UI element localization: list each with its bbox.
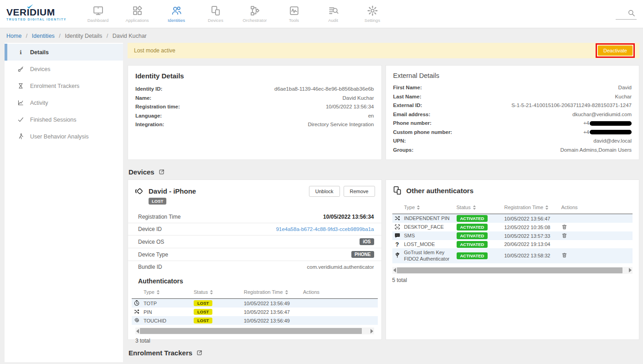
nav-label: Applications [125,18,149,23]
face-scan-icon [394,224,401,230]
external-link-icon[interactable] [158,169,165,175]
logo-wordmark: VERIDIUM [6,7,75,18]
field-value: david@dev.local [593,138,632,144]
status-badge: LOST [194,300,212,306]
device-id-link[interactable]: 91e4a58a-b672-4c88-9fd3-cceb9899ba1a [276,226,374,232]
sort-status[interactable]: Status [194,289,213,295]
delete-trash-icon[interactable] [561,232,567,239]
nav-label: Identities [168,18,185,23]
sort-type[interactable]: Type [404,205,421,210]
applications-icon [132,5,143,16]
table-row-desktop-face: DESKTOP_FACE ACTIVATED 12/05/2022 10:35:… [392,223,633,231]
sidebar-item-enrolment-trackers[interactable]: Enrolment Trackers [5,77,123,94]
nav-label: Settings [365,18,380,23]
row-label: Registration Time [138,214,180,220]
sidebar-item-activity[interactable]: Activity [5,94,123,111]
breadcrumb-home[interactable]: Home [6,33,21,39]
field-label: External ID: [393,103,422,108]
identities-icon [171,5,182,16]
nav-label: Devices [208,18,223,23]
scroll-right-arrow[interactable] [370,329,373,333]
sidebar-item-label: Enrolment Trackers [30,83,79,89]
external-link-icon[interactable] [196,349,203,356]
global-search[interactable] [616,9,637,20]
breadcrumb-separator: / [59,33,60,39]
logo-checkmark-icon [26,4,34,10]
veridium-logo: VERIDIUM TRUSTED DIGITAL IDENTITY [6,7,75,21]
pin-icon [394,215,401,221]
row-value: 10/05/2022 13:56:34 [323,214,374,220]
dashboard-icon [93,5,104,16]
lost-mode-message: Lost mode active [134,47,175,54]
nav-label: Audit [328,18,338,23]
scroll-left-arrow[interactable] [393,268,396,272]
device-row-device-type: Device Type PHONE [128,248,381,261]
field-value-redacted: +4 [583,129,632,135]
nav-item-applications[interactable]: Applications [124,5,150,23]
search-icon[interactable] [627,9,636,17]
table-row-pin: PIN LOST 10/05/2022 13:56:47 [132,308,378,316]
horizontal-scrollbar[interactable] [135,328,374,334]
sidebar-item-devices[interactable]: Devices [5,61,123,77]
nav-item-dashboard[interactable]: Dashboard [85,5,111,23]
nav-item-tools[interactable]: Tools [281,5,307,23]
sidebar-item-label: Activity [30,100,48,106]
table-row-touchid: TOUCHID LOST 10/05/2022 13:56:49 [132,316,378,325]
status-badge: ACTIVATED [457,232,488,239]
field-label: Language: [135,113,162,118]
other-auth-total: 5 total [392,274,633,283]
sidebar-item-user-behavior-analysis[interactable]: User Behavior Analysis [5,128,123,145]
remove-button[interactable]: Remove [344,186,375,197]
device-name: David - iPhone [149,187,196,195]
deactivate-button[interactable]: Deactivate [598,46,633,56]
sort-status[interactable]: Status [457,205,476,210]
logo-tagline: TRUSTED DIGITAL IDENTITY [6,18,75,21]
sort-icon [210,290,213,295]
delete-trash-icon[interactable] [561,252,567,258]
devices-section-title: Devices [129,168,154,176]
info-icon: i [17,49,24,56]
nav-item-audit[interactable]: Audit [320,5,346,23]
devices-section-header: Devices [129,168,639,176]
nav-label: Dashboard [87,18,108,23]
sort-type[interactable]: Type [144,289,160,295]
status-badge: LOST [194,318,212,323]
delete-trash-icon[interactable] [561,224,567,230]
field-phone-number: Phone number: +4 [393,120,632,126]
field-label: Integration: [135,122,164,127]
redaction-bar [590,130,632,134]
search-underline [616,19,637,20]
nav-item-devices[interactable]: Devices [202,5,229,23]
totp-clock-icon [134,300,140,306]
unblock-button[interactable]: Unblock [309,186,340,197]
status-badge: ACTIVATED [457,241,488,248]
breadcrumb-identity-details: Identity Details [65,33,102,39]
sidebar-item-details[interactable]: i Details [5,44,123,61]
external-details-panel: External Details First Name: David Last … [386,65,640,160]
sidebar-item-finished-sessions[interactable]: Finished Sessions [5,111,123,128]
enrolment-trackers-title: Enrolment Trackers [129,349,192,357]
device-row-registration-time: Registration Time 10/05/2022 13:56:34 [128,211,381,223]
field-value: en [368,113,374,118]
field-label: Email address: [393,112,431,117]
scroll-left-arrow[interactable] [136,329,139,333]
horizontal-scrollbar[interactable] [392,267,633,274]
sort-registration-time[interactable]: Registration Time [244,289,288,295]
other-authenticators-table: Type Status Registration Time Actions IN… [392,201,633,263]
field-value: Kuchar [615,94,632,99]
nav-item-orchestrator[interactable]: Orchestrator [242,5,268,23]
scroll-right-arrow[interactable] [629,268,632,272]
status-badge: ACTIVATED [457,224,488,231]
scrollbar-thumb[interactable] [397,267,623,273]
nav-item-settings[interactable]: Settings [359,5,386,23]
scrollbar-thumb[interactable] [140,328,362,334]
nav-item-identities[interactable]: Identities [163,5,190,23]
field-value-redacted: +4 [583,120,632,126]
breadcrumb-identities[interactable]: Identities [32,33,55,39]
row-label: Device Type [138,251,168,258]
actions-header: Actions [561,205,578,210]
rotating-device-icon [134,186,144,196]
device-authenticators-table: Type Status Registration Time Actions TO… [132,286,378,325]
sort-registration-time[interactable]: Registration Time [504,205,549,210]
device-lost-badge: LOST [149,198,166,205]
